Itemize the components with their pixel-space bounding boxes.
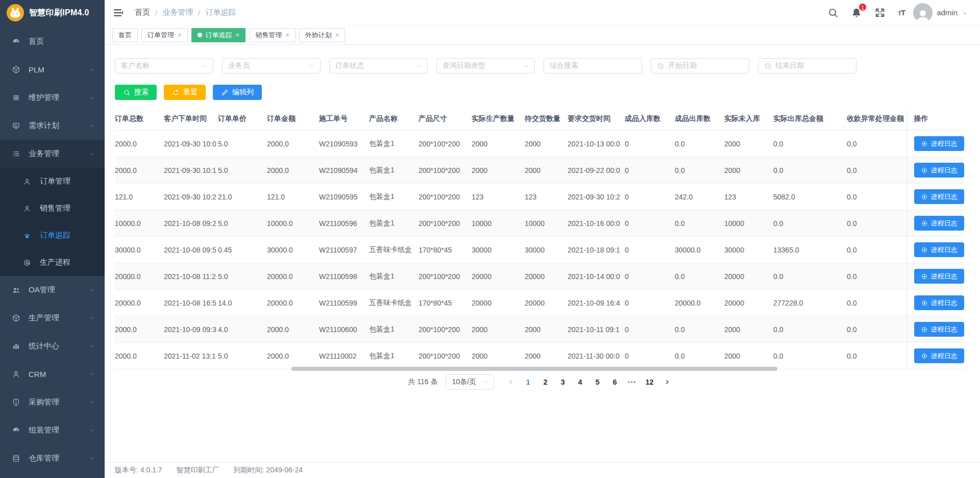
search-icon[interactable] <box>827 7 839 18</box>
customer-name-placeholder: 客户名称 <box>121 61 198 70</box>
reset-button[interactable]: 重置 <box>164 85 206 100</box>
hamburger-menu-icon[interactable] <box>112 7 125 19</box>
tab-home[interactable]: 首页 <box>112 28 138 42</box>
progress-log-button[interactable]: 进程日志 <box>914 136 964 151</box>
sidebar-item-production[interactable]: 生产管理 <box>0 304 105 332</box>
table-cell: 2000 <box>525 157 568 184</box>
sidebar-item-label: OA管理 <box>29 285 55 295</box>
page-button-2[interactable]: 2 <box>537 378 554 386</box>
user-menu[interactable]: admin <box>913 3 968 22</box>
sidebar-item-business[interactable]: 业务管理 <box>0 140 105 168</box>
column-header: 成品入库数 <box>625 109 675 131</box>
sidebar-item-assembly[interactable]: 组装管理 <box>0 416 105 444</box>
table-cell: 20000.0 <box>267 290 319 316</box>
pagination: 共 116 条10条/页123456···12 <box>115 374 969 390</box>
close-icon[interactable]: × <box>178 32 182 38</box>
tab-sales-management[interactable]: 销售管理× <box>249 28 296 42</box>
page-button-3[interactable]: 3 <box>554 378 572 386</box>
sidebar-item-statistics[interactable]: 统计中心 <box>0 332 105 360</box>
action-cell: 进程日志 <box>906 343 964 369</box>
table-cell: 包装盒1 <box>369 263 419 290</box>
sidebar-item-label: PLM <box>29 65 44 74</box>
progress-log-button[interactable]: 进程日志 <box>914 189 964 204</box>
table-cell: 2021-11-30 00:0 <box>568 343 625 369</box>
table-cell: 2000.0 <box>115 316 164 343</box>
customer-name-select[interactable]: 客户名称 <box>115 58 213 73</box>
chevron-down-icon <box>308 62 315 69</box>
horizontal-scrollbar[interactable] <box>291 367 777 371</box>
next-page-button[interactable] <box>658 379 676 386</box>
breadcrumb-item[interactable]: 业务管理 <box>162 8 193 17</box>
page-button-12[interactable]: 12 <box>641 378 658 386</box>
start-date-placeholder: 开始日期 <box>668 61 744 70</box>
breadcrumb: 首页/业务管理/订单追踪 <box>135 8 236 17</box>
tab-outsourcing-plan[interactable]: 外协计划× <box>299 28 346 42</box>
table-cell: 2021-10-08 09:2 <box>164 210 218 237</box>
version-label: 版本号: 4.0.1.7 <box>115 466 162 475</box>
eye-circle-icon <box>921 140 928 147</box>
table-cell: 0 <box>625 184 675 210</box>
page-button-5[interactable]: 5 <box>589 378 606 386</box>
close-icon[interactable]: × <box>335 32 339 38</box>
column-header: 客户下单时间 <box>164 109 218 131</box>
page-button-1[interactable]: 1 <box>520 378 537 386</box>
notifications-bell[interactable]: 1 <box>851 7 862 18</box>
sidebar-item-order-management[interactable]: 订单管理 <box>0 168 105 195</box>
sidebar-item-label: 销售管理 <box>40 204 70 213</box>
page-ellipsis[interactable]: ··· <box>624 378 641 386</box>
sidebar-item-oa[interactable]: OA管理 <box>0 276 105 304</box>
table-header-row: 订单总数客户下单时间订单单价订单金额施工单号产品名称产品尺寸实际生产数量待交货数… <box>115 109 964 131</box>
chevron-down-icon <box>89 343 95 349</box>
font-size-icon[interactable]: TT <box>898 8 905 17</box>
sidebar-item-order-tracking[interactable]: 订单追踪 <box>0 222 105 249</box>
page-button-4[interactable]: 4 <box>572 378 589 386</box>
close-icon[interactable]: × <box>236 32 240 38</box>
sidebar-item-purchasing[interactable]: 采购管理 <box>0 388 105 416</box>
sidebar-item-home[interactable]: 首页 <box>0 28 105 56</box>
tab-order-management[interactable]: 订单管理× <box>141 28 188 42</box>
edit-columns-button[interactable]: 编辑列 <box>213 85 262 100</box>
progress-log-button[interactable]: 进程日志 <box>914 295 964 310</box>
table-row: 2000.02021-09-30 10:05.02000.0W21090593包… <box>115 131 964 157</box>
start-date-input[interactable]: 开始日期 <box>651 58 749 73</box>
tab-order-tracking[interactable]: 订单追踪× <box>191 28 246 42</box>
keyword-input[interactable]: 综合搜索 <box>544 58 642 73</box>
prev-page-button[interactable] <box>502 379 520 386</box>
sidebar-item-sales-management[interactable]: 销售管理 <box>0 195 105 222</box>
search-button[interactable]: 搜索 <box>115 85 157 100</box>
salesman-select[interactable]: 业务员 <box>222 58 321 73</box>
end-date-input[interactable]: 结束日期 <box>758 58 856 73</box>
breadcrumb-item[interactable]: 订单追踪 <box>205 8 236 17</box>
page-button-6[interactable]: 6 <box>606 378 624 386</box>
progress-log-button[interactable]: 进程日志 <box>914 163 964 178</box>
progress-log-button[interactable]: 进程日志 <box>914 216 964 231</box>
breadcrumb-item[interactable]: 首页 <box>135 8 150 17</box>
sidebar-item-plm[interactable]: PLM <box>0 56 105 84</box>
progress-log-button[interactable]: 进程日志 <box>914 242 964 257</box>
table-cell: 10000 <box>724 210 773 237</box>
close-icon[interactable]: × <box>285 32 289 38</box>
sidebar-item-warehouse[interactable]: 仓库管理 <box>0 444 105 472</box>
progress-log-button[interactable]: 进程日志 <box>914 269 964 284</box>
table-cell: 0 <box>625 343 675 369</box>
sidebar-item-maintenance[interactable]: 维护管理 <box>0 84 105 112</box>
date-type-select[interactable]: 查询日期类型 <box>436 58 535 73</box>
table-cell: 30000 <box>525 237 568 263</box>
progress-log-button[interactable]: 进程日志 <box>914 348 964 363</box>
end-date-placeholder: 结束日期 <box>775 61 851 70</box>
table-cell: 20000 <box>724 263 773 290</box>
action-cell: 进程日志 <box>906 316 964 343</box>
table-cell: 2021-10-13 00:0 <box>568 131 625 157</box>
page-size-select[interactable]: 10条/页 <box>446 374 494 390</box>
sidebar-menu: 首页PLM维护管理需求计划业务管理订单管理销售管理订单追踪生产进程OA管理生产管… <box>0 26 105 478</box>
sidebar-item-demand-plan[interactable]: 需求计划 <box>0 112 105 140</box>
progress-log-button[interactable]: 进程日志 <box>914 322 964 337</box>
sidebar-item-production-progress[interactable]: 生产进程 <box>0 249 105 276</box>
search-button-label: 搜索 <box>134 88 149 97</box>
action-cell: 进程日志 <box>906 184 964 210</box>
table-cell: 30000 <box>724 237 773 263</box>
expiry-label: 到期时间: 2049-06-24 <box>234 466 303 475</box>
order-status-select[interactable]: 订单状态 <box>329 58 428 73</box>
fullscreen-icon[interactable] <box>874 7 886 18</box>
sidebar-item-crm[interactable]: CRM <box>0 360 105 388</box>
